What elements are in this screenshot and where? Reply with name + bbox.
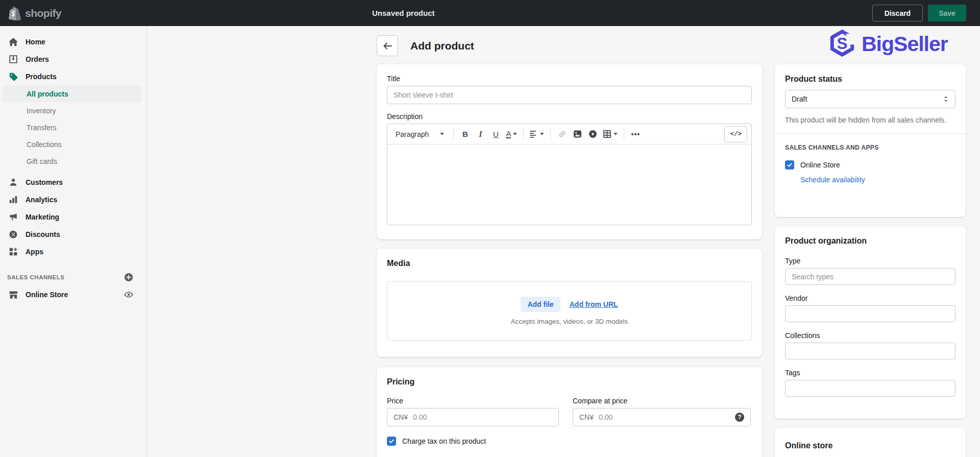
alignment-dropdown[interactable] <box>528 127 546 142</box>
compare-price-label: Compare at price <box>573 397 751 405</box>
price-input[interactable] <box>413 413 552 421</box>
tags-field-group: Tags <box>785 369 955 397</box>
sidebar-item-gift-cards[interactable]: Gift cards <box>0 153 146 170</box>
italic-button[interactable]: I <box>473 127 487 142</box>
paragraph-style-dropdown[interactable]: Paragraph <box>390 127 449 142</box>
pricing-card: Pricing Price CN¥ Compare at price CN¥ ? <box>377 367 762 457</box>
page-title: Add product <box>410 40 474 52</box>
video-play-icon <box>589 130 597 138</box>
online-store-channel-label: Online Store <box>800 161 840 169</box>
product-status-card: Product status Draft This product will b… <box>775 64 966 217</box>
product-status-value: Draft <box>792 95 807 103</box>
compare-price-input[interactable] <box>599 413 735 421</box>
storefront-icon <box>8 290 18 300</box>
sidebar-item-products[interactable]: Products <box>0 68 146 85</box>
sales-channels-header: SALES CHANNELS <box>0 269 146 286</box>
collections-label: Collections <box>785 331 955 340</box>
product-organization-card: Product organization Type Vendor Collect… <box>775 226 966 419</box>
price-label: Price <box>387 397 559 405</box>
charge-tax-row: Charge tax on this product <box>387 437 752 446</box>
price-input-wrap: CN¥ <box>387 408 559 426</box>
text-color-dropdown[interactable]: A <box>504 127 519 142</box>
pricing-heading: Pricing <box>387 377 752 387</box>
add-file-button[interactable]: Add file <box>521 297 560 312</box>
insert-link-button[interactable] <box>555 127 569 142</box>
sidebar-item-marketing[interactable]: Marketing <box>0 208 146 226</box>
collections-input[interactable] <box>785 343 955 359</box>
vendor-field-group: Vendor <box>785 294 955 322</box>
online-store-card-heading: Online store <box>785 441 955 450</box>
tags-input[interactable] <box>785 380 955 397</box>
sidebar-item-online-store[interactable]: Online Store <box>0 286 146 303</box>
vendor-input[interactable] <box>785 305 955 322</box>
product-status-select[interactable]: Draft <box>785 90 955 108</box>
toolbar-divider <box>523 129 524 140</box>
back-button[interactable] <box>377 35 398 56</box>
analytics-icon <box>8 195 18 205</box>
insert-table-dropdown[interactable] <box>601 127 620 142</box>
products-tag-icon <box>8 71 18 82</box>
insert-video-button[interactable] <box>585 127 600 142</box>
insert-image-button[interactable] <box>570 127 584 142</box>
bold-button[interactable]: B <box>458 127 472 142</box>
sidebar-item-apps[interactable]: Apps <box>0 243 146 260</box>
schedule-availability-link[interactable]: Schedule availability <box>800 176 865 184</box>
help-icon[interactable]: ? <box>735 413 744 422</box>
unsaved-product-title: Unsaved product <box>372 0 435 26</box>
toolbar-divider <box>453 129 454 140</box>
select-updown-icon <box>943 95 949 103</box>
sidebar-item-orders[interactable]: Orders <box>0 51 146 68</box>
media-actions: Add file Add from URL <box>521 297 618 312</box>
collections-field-group: Collections <box>785 331 955 359</box>
online-store-checkbox[interactable] <box>785 160 794 170</box>
media-card: Media Add file Add from URL Accepts imag… <box>377 249 762 357</box>
title-input[interactable] <box>387 86 752 104</box>
chevron-down-icon <box>614 133 618 135</box>
image-icon <box>573 130 582 138</box>
title-description-card: Title Description Paragraph B I U A <box>377 64 762 239</box>
online-store-card: Online store <box>775 428 966 457</box>
sidebar-item-transfers[interactable]: Transfers <box>0 119 146 136</box>
bigseller-hexagon-icon: S <box>828 29 856 59</box>
product-status-helper: This product will be hidden from all sal… <box>785 115 955 125</box>
topbar-actions: Discard Save <box>872 5 966 21</box>
product-status-heading: Product status <box>785 75 955 84</box>
type-input[interactable] <box>785 268 955 285</box>
save-button[interactable]: Save <box>928 5 966 21</box>
shopify-logo[interactable]: shopify <box>8 6 61 20</box>
preview-eye-icon[interactable] <box>124 290 133 299</box>
editor-toolbar: Paragraph B I U A <box>387 124 751 145</box>
show-html-button[interactable]: </> <box>724 126 747 142</box>
charge-tax-label: Charge tax on this product <box>402 437 486 445</box>
marketing-megaphone-icon <box>8 212 18 222</box>
shopify-wordmark: shopify <box>25 7 61 19</box>
home-icon <box>8 37 18 47</box>
sidebar-item-collections[interactable]: Collections <box>0 136 146 153</box>
sidebar-item-home[interactable]: Home <box>0 33 146 51</box>
sidebar: Home Orders Products All products Invent… <box>0 26 147 457</box>
sidebar-item-analytics[interactable]: Analytics <box>0 191 146 208</box>
customers-icon <box>8 177 18 187</box>
description-textarea[interactable] <box>387 145 751 225</box>
media-dropzone[interactable]: Add file Add from URL Accepts images, vi… <box>387 281 752 341</box>
add-sales-channel-icon[interactable] <box>124 273 133 282</box>
shopify-bag-icon <box>8 6 21 20</box>
add-from-url-link[interactable]: Add from URL <box>570 300 618 308</box>
title-label: Title <box>387 75 752 83</box>
sidebar-item-discounts[interactable]: Discounts <box>0 226 146 243</box>
toolbar-divider <box>624 129 624 140</box>
page-header: Add product <box>377 35 474 56</box>
charge-tax-checkbox[interactable] <box>387 437 396 446</box>
media-hint: Accepts images, videos, or 3D models <box>511 318 628 325</box>
toolbar-divider <box>550 129 551 140</box>
sidebar-item-customers[interactable]: Customers <box>0 174 146 191</box>
sidebar-item-all-products[interactable]: All products <box>2 85 141 102</box>
price-field-group: Price CN¥ <box>387 397 559 426</box>
sidebar-item-inventory[interactable]: Inventory <box>0 102 146 119</box>
description-editor: Paragraph B I U A <box>387 124 752 225</box>
underline-button[interactable]: U <box>488 127 503 142</box>
more-options-button[interactable]: ••• <box>628 127 643 142</box>
compare-price-field-group: Compare at price CN¥ ? <box>573 397 751 426</box>
discard-button[interactable]: Discard <box>872 5 923 21</box>
sales-channels-apps-heading: SALES CHANNELS AND APPS <box>785 144 955 151</box>
